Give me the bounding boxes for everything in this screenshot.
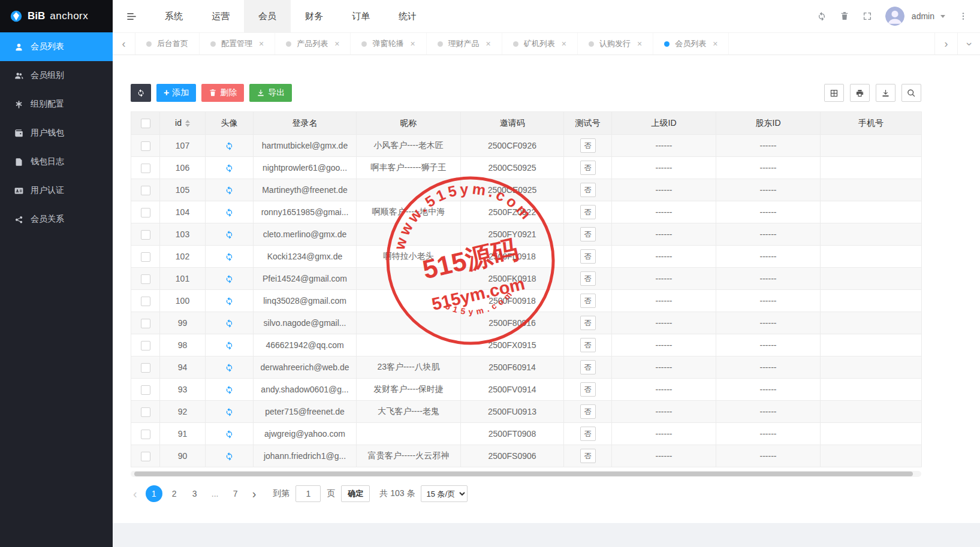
tab[interactable]: 理财产品 ×	[427, 33, 502, 55]
table-row[interactable]: 90 johann.friedrich1@g... 富贵客户-----火云邪神 …	[131, 445, 922, 467]
horizontal-scrollbar-thumb[interactable]	[134, 472, 913, 476]
sidebar-item[interactable]: 会员组别	[0, 61, 113, 90]
caret-down-icon[interactable]	[940, 15, 945, 20]
sidebar-item[interactable]: 会员列表	[0, 32, 113, 61]
row-checkbox[interactable]	[141, 208, 150, 217]
tab-close-icon[interactable]: ×	[486, 39, 491, 49]
tab[interactable]: 配置管理 ×	[200, 33, 275, 55]
row-checkbox[interactable]	[141, 341, 150, 350]
tab[interactable]: 会员列表 ×	[653, 33, 729, 55]
sidebar-item[interactable]: 用户认证	[0, 176, 113, 205]
row-checkbox[interactable]	[141, 319, 150, 328]
avatar-placeholder-icon	[225, 230, 234, 239]
tabs-scroll-right-icon[interactable]: ›	[934, 33, 957, 55]
row-checkbox[interactable]	[141, 164, 150, 173]
tab[interactable]: 后台首页 ×	[135, 33, 200, 55]
row-checkbox[interactable]	[141, 186, 150, 195]
cell-parent-id: ------	[612, 201, 716, 223]
tab[interactable]: 认购发行 ×	[578, 33, 653, 55]
row-checkbox[interactable]	[141, 407, 150, 417]
table-row[interactable]: 91 ajwgreig@yahoo.com 2500FT0908 否 -----…	[131, 423, 922, 445]
page-button[interactable]: 2	[166, 485, 183, 502]
table-row[interactable]: 106 nightprowler61@goo... 啊丰客户------狮子王 …	[131, 157, 922, 179]
columns-icon-button[interactable]	[824, 84, 844, 102]
topnav-item[interactable]: 财务	[291, 0, 337, 32]
col-id[interactable]: id	[160, 112, 206, 135]
topnav-item[interactable]: 系统	[150, 0, 197, 32]
tab[interactable]: 产品列表 ×	[275, 33, 351, 55]
topnav-item[interactable]: 订单	[337, 0, 384, 32]
table-row[interactable]: 102 Kocki1234@gmx.de 啊特拉小老头 2500FL0918 否…	[131, 246, 922, 268]
row-checkbox[interactable]	[141, 141, 150, 151]
sidebar-item[interactable]: 用户钱包	[0, 119, 113, 147]
tabs-menu-icon[interactable]: ›	[957, 33, 980, 55]
cell-avatar	[206, 445, 254, 467]
table-row[interactable]: 103 cleto.merlino@gmx.de 2500FY0921 否 --…	[131, 223, 922, 246]
add-button[interactable]: +添加	[156, 84, 196, 102]
next-page-icon[interactable]: ›	[250, 487, 259, 501]
row-checkbox[interactable]	[141, 430, 150, 439]
refresh-icon[interactable]	[817, 11, 827, 21]
page-button[interactable]: 7	[227, 485, 244, 502]
row-checkbox[interactable]	[141, 452, 150, 461]
tab[interactable]: 矿机列表 ×	[502, 33, 578, 55]
row-checkbox[interactable]	[141, 252, 150, 262]
sidebar-item[interactable]: 会员关系	[0, 205, 113, 234]
page-button[interactable]: ...	[207, 485, 224, 502]
tab-close-icon[interactable]: ×	[410, 39, 415, 49]
tab-close-icon[interactable]: ×	[259, 39, 264, 49]
topnav-item[interactable]: 统计	[384, 0, 431, 32]
table-row[interactable]: 93 andy.shadow0601@g... 发财客户----保时捷 2500…	[131, 379, 922, 401]
page-button[interactable]: 1	[146, 485, 162, 502]
confirm-button[interactable]: 确定	[341, 485, 370, 502]
topnav-item[interactable]: 会员	[244, 0, 291, 32]
table-row[interactable]: 105 Martineyth@freenet.de 2500CE0925 否 -…	[131, 179, 922, 201]
top-navbar: 系统 运营 会员 财务 订单 统计 admin	[113, 0, 980, 32]
tabs-scroll-left-icon[interactable]: ‹	[113, 33, 135, 55]
more-icon[interactable]	[958, 11, 968, 21]
tab[interactable]: 弹窗轮播 ×	[351, 33, 426, 55]
select-all-checkbox[interactable]	[141, 119, 150, 128]
table-row[interactable]: 99 silvo.nagode@gmail... 2500F80916 否 --…	[131, 312, 922, 334]
table-row[interactable]: 98 466621942@qq.com 2500FX0915 否 ------ …	[131, 334, 922, 356]
row-checkbox[interactable]	[141, 363, 150, 373]
user-avatar[interactable]	[885, 7, 904, 26]
prev-page-icon[interactable]: ‹	[131, 487, 140, 501]
delete-button[interactable]: 删除	[201, 84, 244, 102]
sidebar-item-label: 钱包日志	[31, 156, 64, 167]
tab-close-icon[interactable]: ×	[713, 39, 717, 49]
row-checkbox[interactable]	[141, 297, 150, 306]
user-name[interactable]: admin	[912, 11, 934, 21]
table-row[interactable]: 100 linq35028@gmail.com 2500F00918 否 ---…	[131, 290, 922, 312]
table-row[interactable]: 104 ronny1651985@gmai... 啊顺客户-----地中海 25…	[131, 201, 922, 223]
tab-close-icon[interactable]: ×	[334, 39, 339, 49]
page-size-select[interactable]: 15 条/页	[421, 485, 468, 502]
row-checkbox[interactable]	[141, 274, 150, 284]
table-row[interactable]: 92 peter715@freenet.de 大飞客户----老鬼 2500FU…	[131, 401, 922, 423]
page-button[interactable]: 3	[186, 485, 203, 502]
export-icon-button[interactable]	[876, 84, 895, 102]
export-button[interactable]: 导出	[249, 84, 292, 102]
row-checkbox[interactable]	[141, 230, 150, 240]
refresh-table-button[interactable]	[131, 84, 151, 102]
sidebar-item[interactable]: 组别配置	[0, 90, 113, 119]
table-row[interactable]: 94 derwahreerich@web.de 23客户----八块肌 2500…	[131, 356, 922, 379]
print-icon-button[interactable]	[850, 84, 870, 102]
table-row[interactable]: 107 hartmutbickel@gmx.de 小风客户----老木匠 250…	[131, 135, 922, 157]
topnav-right: admin	[817, 7, 980, 26]
topnav-item[interactable]: 运营	[197, 0, 244, 32]
goto-page-input[interactable]	[295, 485, 321, 502]
tab-close-icon[interactable]: ×	[637, 39, 642, 49]
row-checkbox[interactable]	[141, 385, 150, 395]
hamburger-icon[interactable]	[113, 11, 150, 22]
tab-close-icon[interactable]: ×	[562, 39, 566, 49]
search-icon-button[interactable]	[901, 84, 921, 102]
sort-icon[interactable]	[185, 117, 190, 129]
sidebar-item[interactable]: 钱包日志	[0, 147, 113, 176]
trash-icon[interactable]	[840, 11, 849, 21]
cell-shareholder-id: ------	[716, 201, 821, 223]
table-row[interactable]: 101 Pfei14524@gmail.com 2500FK0918 否 ---…	[131, 268, 922, 290]
avatar-placeholder-icon	[225, 319, 234, 328]
tab-dot-icon	[664, 41, 670, 47]
fullscreen-icon[interactable]	[863, 11, 872, 21]
